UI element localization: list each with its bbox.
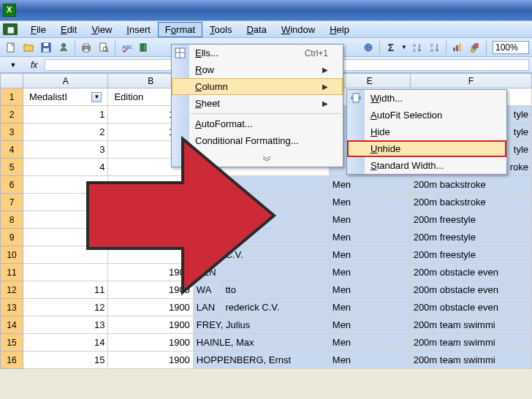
row-header[interactable]: 11 <box>1 264 23 281</box>
col-header-a[interactable]: A <box>23 74 108 88</box>
cell[interactable] <box>193 229 222 246</box>
cell[interactable]: rederick C.V. <box>222 299 329 316</box>
menu-tools[interactable]: Tools <box>202 22 239 37</box>
cell[interactable]: Men <box>329 264 410 281</box>
cell[interactable]: 3 <box>23 141 108 159</box>
save-button[interactable] <box>38 39 54 56</box>
cell[interactable]: 1 <box>108 176 193 194</box>
col-header-f[interactable]: F <box>410 74 531 88</box>
filter-dropdown-icon[interactable]: ▼ <box>91 92 102 102</box>
cell[interactable]: Men <box>329 352 410 369</box>
menu-item-hide[interactable]: Hide <box>347 123 506 140</box>
new-button[interactable] <box>3 39 19 56</box>
menu-data[interactable]: Data <box>239 22 273 37</box>
menu-edit[interactable]: Edit <box>53 22 84 37</box>
row-header[interactable]: 13 <box>1 299 23 316</box>
spelling-button[interactable]: ABC <box>118 39 134 56</box>
cell[interactable]: 1900 <box>108 264 193 281</box>
print-preview-button[interactable] <box>96 39 112 56</box>
cell[interactable] <box>222 194 329 211</box>
cell[interactable] <box>23 229 108 246</box>
cell[interactable]: FREY, Julius <box>193 316 329 334</box>
menu-item-column[interactable]: Column▶ <box>172 78 343 95</box>
menu-help[interactable]: Help <box>322 22 357 37</box>
cell[interactable]: Men <box>329 229 410 246</box>
select-all-corner[interactable] <box>1 74 23 88</box>
drawing-button[interactable] <box>467 39 483 56</box>
cell[interactable] <box>222 264 329 281</box>
cell[interactable]: HAINLE, Max <box>193 334 329 352</box>
row-header[interactable]: 15 <box>1 334 23 352</box>
cell[interactable]: 6 <box>23 194 108 211</box>
row-header[interactable]: 16 <box>1 352 23 369</box>
sort-asc-button[interactable]: AZ <box>409 39 425 56</box>
cell[interactable]: 11 <box>23 281 108 299</box>
cell[interactable] <box>108 211 193 229</box>
cell[interactable]: 200m freestyle <box>410 211 531 229</box>
cell[interactable] <box>193 194 222 211</box>
cell[interactable]: 200m team swimmi <box>410 316 531 334</box>
print-button[interactable] <box>78 39 94 56</box>
cell[interactable]: 5 <box>23 176 108 194</box>
menu-item-unhide[interactable]: Unhide <box>347 140 506 157</box>
cell[interactable]: Men <box>329 211 410 229</box>
cell[interactable]: 200m backstroke <box>410 176 531 194</box>
cell[interactable]: Men <box>329 316 410 334</box>
row-header[interactable]: 6 <box>1 176 23 194</box>
cell[interactable]: 12 <box>23 299 108 316</box>
menu-expand-icon[interactable] <box>172 149 343 167</box>
row-header[interactable]: 12 <box>1 281 23 299</box>
cell[interactable]: 7 <box>23 211 108 229</box>
cell[interactable]: 200m freestyle <box>410 229 531 246</box>
cell[interactable]: 200m backstroke <box>410 194 531 211</box>
cell[interactable]: Men <box>329 246 410 264</box>
cell[interactable]: 200m obstacle even <box>410 281 531 299</box>
cell[interactable] <box>23 246 108 264</box>
menu-item-cells[interactable]: Ells... Ctrl+1 <box>172 45 343 61</box>
menu-format[interactable]: Format <box>158 22 202 37</box>
cell[interactable]: Men <box>329 299 410 316</box>
cell[interactable]: 1900 <box>108 316 193 334</box>
header-cell-medalist[interactable]: MedalistI▼ <box>23 88 108 106</box>
cell[interactable]: 1900 <box>108 334 193 352</box>
cell[interactable] <box>222 176 329 194</box>
fx-icon[interactable]: fx <box>26 60 42 70</box>
cell[interactable] <box>222 229 329 246</box>
cell[interactable] <box>193 176 222 194</box>
cell[interactable]: 200m obstacle even <box>410 264 531 281</box>
cell[interactable]: WA <box>193 281 222 299</box>
permission-button[interactable] <box>56 39 72 56</box>
cell[interactable]: 200m freestyle <box>410 246 531 264</box>
row-header[interactable]: 14 <box>1 316 23 334</box>
row-header[interactable]: 5 <box>1 159 23 176</box>
cell[interactable]: Men <box>329 194 410 211</box>
cell[interactable]: LA <box>193 246 222 264</box>
cell[interactable]: 13 <box>23 316 108 334</box>
cell[interactable]: C.V. <box>222 246 329 264</box>
cell[interactable]: Men <box>329 281 410 299</box>
cell[interactable] <box>222 211 329 229</box>
chart-wizard-button[interactable] <box>449 39 466 56</box>
name-box-dropdown[interactable]: ▼ <box>3 59 23 71</box>
menu-window[interactable]: Window <box>274 22 322 37</box>
cell[interactable]: 2 <box>23 123 108 141</box>
cell[interactable]: 200m team swimmi <box>410 334 531 352</box>
autosum-dropdown[interactable]: ▼ <box>400 39 408 56</box>
menu-item-width[interactable]: Width... <box>347 90 506 107</box>
menu-item-conditional-formatting[interactable]: Conditional Formatting... <box>172 132 343 149</box>
cell[interactable] <box>23 264 108 281</box>
cell[interactable]: Men <box>329 334 410 352</box>
row-header[interactable]: 1 <box>1 88 23 106</box>
row-header[interactable]: 10 <box>1 246 23 264</box>
cell[interactable]: 1900 <box>108 352 193 369</box>
cell[interactable] <box>193 211 222 229</box>
menu-item-row[interactable]: Row▶ <box>172 61 343 78</box>
cell[interactable]: 1 <box>23 106 108 123</box>
cell[interactable]: 1900 <box>108 194 193 211</box>
zoom-combo[interactable]: 100% <box>493 41 529 54</box>
cell[interactable]: 1900 <box>108 281 193 299</box>
row-header[interactable]: 4 <box>1 141 23 159</box>
menu-item-sheet[interactable]: Sheet▶ <box>172 95 343 112</box>
menu-item-autoformat[interactable]: AutoFormat... <box>172 115 343 132</box>
row-header[interactable]: 3 <box>1 123 23 141</box>
